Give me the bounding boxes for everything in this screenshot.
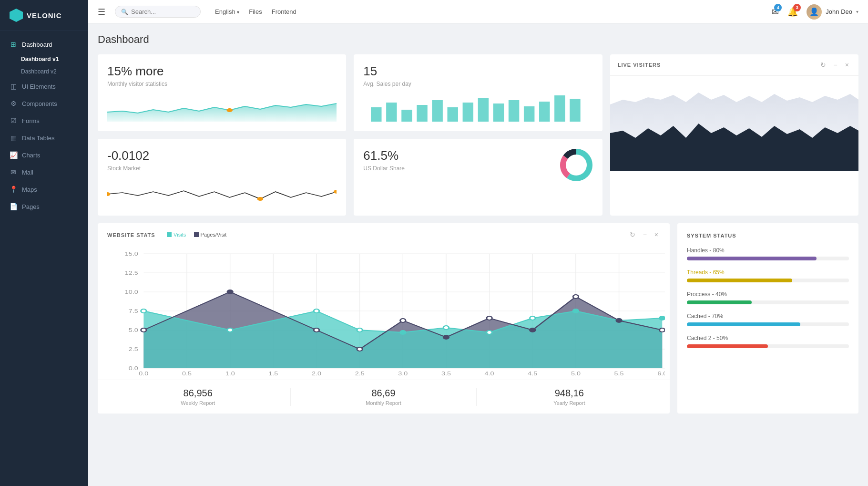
sidebar-subitem-dashboard-v2[interactable]: Dashboard v2 [0, 65, 88, 78]
threads-progress-bg [687, 279, 849, 282]
handles-progress-bar [687, 257, 817, 260]
search-icon: 🔍 [121, 9, 128, 15]
hamburger-button[interactable]: ☰ [98, 7, 105, 17]
sidebar-nav: ⊞ Dashboard Dashboard v1 Dashboard v2 ◫ … [0, 31, 88, 220]
svg-point-77 [314, 328, 319, 332]
user-menu[interactable]: 👤 John Deo ▾ [807, 4, 858, 20]
sidebar-item-data-tables[interactable]: ▦ Data Tables [0, 129, 88, 146]
language-selector[interactable]: English ▾ [215, 8, 239, 15]
website-stats-close-button[interactable] [653, 230, 660, 239]
svg-text:3.0: 3.0 [398, 371, 408, 376]
threads-progress-bar [687, 279, 792, 282]
visits-legend: Visits [167, 232, 186, 238]
sidebar-item-forms[interactable]: ☑ Forms [0, 112, 88, 129]
website-stats-bottom: 86,956 Weekly Report 86,69 Monthly Repor… [98, 380, 670, 414]
website-stats-actions [628, 230, 660, 239]
pages-icon: 📄 [10, 203, 17, 210]
weekly-report-value: 86,956 [105, 388, 290, 399]
mail-icon: ✉ [10, 168, 17, 176]
header: ☰ 🔍 English ▾ Files Frontend ✉ 4 🔔 3 👤 J… [88, 0, 868, 24]
sidebar: VELONIC ⊞ Dashboard Dashboard v1 Dashboa… [0, 0, 88, 486]
dollar-donut-chart [560, 148, 593, 184]
sidebar-components-label: Components [22, 100, 57, 107]
sidebar-mail-label: Mail [22, 169, 33, 176]
bell-notifications-button[interactable]: 🔔 3 [787, 7, 798, 17]
sales-chart [363, 93, 592, 122]
svg-point-70 [487, 331, 492, 334]
forms-icon: ☑ [10, 117, 17, 124]
search-box[interactable]: 🔍 [115, 6, 201, 18]
sidebar-item-maps[interactable]: 📍 Maps [0, 181, 88, 198]
cached-label: Cached - 70% [687, 313, 849, 320]
svg-rect-1 [371, 107, 381, 122]
sidebar-item-ui-elements[interactable]: ◫ UI Elements [0, 78, 88, 95]
svg-text:7.5: 7.5 [129, 309, 138, 314]
sidebar-charts-label: Charts [22, 152, 40, 159]
svg-point-17 [107, 192, 110, 196]
live-visitors-header: LIVE VISITERS [610, 54, 858, 76]
live-visitors-title: LIVE VISITERS [618, 62, 661, 68]
cached-progress-bg [687, 322, 849, 326]
stock-label: Stock Market [107, 165, 337, 172]
charts-icon: 📈 [10, 151, 17, 159]
live-visitors-actions [818, 60, 851, 70]
system-status-title: SYSTEM STATUS [687, 233, 849, 238]
svg-text:1.0: 1.0 [225, 371, 235, 376]
sidebar-datatables-label: Data Tables [22, 134, 54, 142]
visitors-value: 15% more [107, 64, 337, 79]
weekly-report-label: Weekly Report [105, 400, 290, 406]
svg-text:2.0: 2.0 [312, 371, 321, 376]
svg-rect-6 [448, 107, 458, 122]
svg-rect-7 [463, 103, 473, 122]
files-link[interactable]: Files [249, 8, 262, 15]
handles-progress-item: Handles - 80% [687, 247, 849, 260]
svg-point-0 [226, 108, 233, 112]
live-visitors-refresh-button[interactable] [818, 60, 828, 70]
svg-text:0.5: 0.5 [182, 371, 192, 376]
svg-rect-2 [386, 103, 397, 122]
cached2-progress-item: Cached 2 - 50% [687, 335, 849, 348]
svg-point-68 [400, 331, 406, 334]
sidebar-forms-label: Forms [22, 117, 40, 124]
search-input[interactable] [131, 8, 193, 15]
sidebar-item-mail[interactable]: ✉ Mail [0, 164, 88, 181]
sidebar-maps-label: Maps [22, 186, 37, 193]
svg-rect-3 [402, 110, 412, 122]
svg-point-65 [227, 328, 233, 332]
sidebar-dashboard-label: Dashboard [22, 41, 52, 48]
svg-point-19 [334, 190, 337, 194]
header-right: ✉ 4 🔔 3 👤 John Deo ▾ [772, 4, 858, 20]
email-badge: 4 [774, 4, 782, 11]
website-stats-minimize-button[interactable] [641, 230, 649, 239]
cached-progress-item: Cached - 70% [687, 313, 849, 326]
avatar: 👤 [807, 4, 822, 20]
components-icon: ⚙ [10, 100, 17, 107]
top-stats-grid: 15% more Monthly visitor statistics [98, 54, 858, 216]
website-stats-header: WEBSITE STATS Visits Pages/Visit [98, 223, 670, 244]
monthly-report-value: 86,69 [291, 388, 476, 399]
svg-text:10.0: 10.0 [125, 290, 138, 295]
weekly-report-stat: 86,956 Weekly Report [105, 388, 291, 406]
live-visitors-minimize-button[interactable] [832, 60, 839, 70]
sidebar-item-pages[interactable]: 📄 Pages [0, 198, 88, 215]
sidebar-subitem-dashboard-v1[interactable]: Dashboard v1 [0, 53, 88, 65]
svg-point-72 [573, 309, 579, 313]
yearly-report-label: Yearly Report [477, 400, 662, 406]
yearly-report-value: 948,16 [477, 388, 662, 399]
svg-point-78 [357, 347, 363, 351]
live-visitors-close-button[interactable] [843, 60, 851, 70]
visitors-chart [107, 93, 337, 122]
sidebar-item-charts[interactable]: 📈 Charts [0, 146, 88, 164]
sidebar-item-components[interactable]: ⚙ Components [0, 95, 88, 112]
header-nav: English ▾ Files Frontend [215, 8, 296, 15]
frontend-link[interactable]: Frontend [272, 8, 296, 15]
handles-label: Handles - 80% [687, 247, 849, 254]
svg-point-82 [530, 328, 536, 332]
website-stats-refresh-button[interactable] [628, 230, 637, 239]
email-notifications-button[interactable]: ✉ 4 [772, 7, 779, 17]
sidebar-item-dashboard[interactable]: ⊞ Dashboard [0, 36, 88, 53]
website-stats-chart-area: 15.0 12.5 10.0 7.5 5.0 2.5 0.0 0.0 0.5 1… [98, 244, 670, 380]
svg-point-83 [573, 295, 579, 299]
svg-point-74 [659, 316, 665, 320]
ui-elements-icon: ◫ [10, 83, 17, 90]
